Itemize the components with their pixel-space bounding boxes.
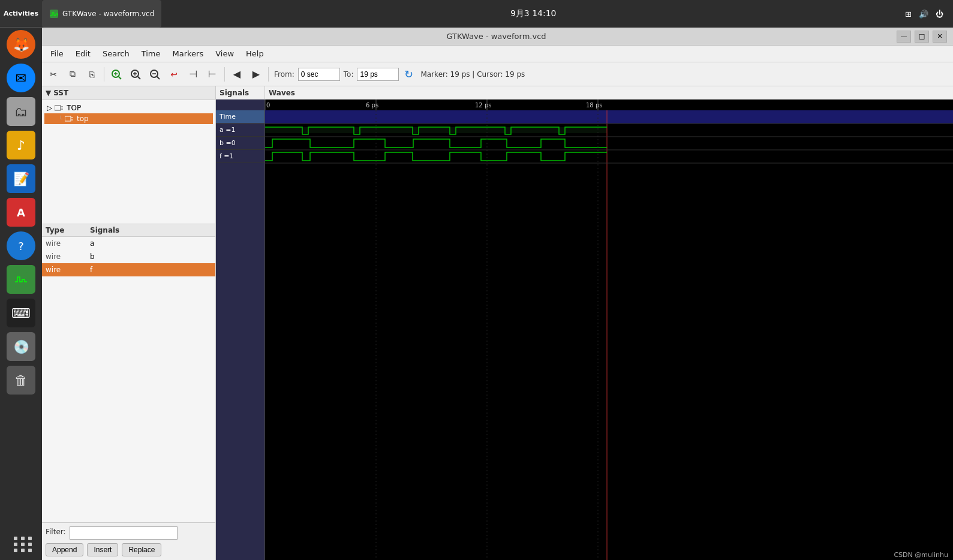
status-bar-bottom: CSDN @mulinhu (889, 550, 953, 560)
sst-expand-icon: ▷ (47, 104, 52, 112)
from-label: From: (272, 70, 297, 79)
to-input[interactable] (357, 68, 399, 81)
signal-type-a: wire (46, 239, 76, 248)
sst-item-connector: └ (59, 116, 62, 122)
sst-item-selected-label: top (77, 115, 89, 123)
waves-panel-header: Waves (265, 86, 953, 99)
undo-button[interactable]: ↩ (165, 66, 183, 83)
menubar: File Edit Search Time Markers View Help (42, 46, 953, 62)
sst-module-icon (55, 104, 64, 112)
signal-row-b[interactable]: wire b (42, 250, 215, 263)
sst-item-top-selected[interactable]: └ top (44, 113, 213, 124)
signals-panel-header: Signals (216, 86, 265, 99)
taskbar: Activities 🦊 ✉ 🗂 ♪ 📝 A ? ⌨ 💿 🗑 (0, 0, 42, 560)
refresh-button[interactable]: ↻ (400, 66, 417, 83)
sst-item-top-label: TOP (67, 104, 81, 112)
filter-buttons: Append Insert Replace (46, 543, 212, 556)
svg-rect-27 (265, 110, 953, 124)
append-button[interactable]: Append (46, 543, 83, 556)
svg-line-3 (118, 76, 121, 79)
sidebar-item-terminal[interactable]: ⌨ (7, 299, 35, 327)
svg-text:0: 0 (266, 102, 270, 109)
taskbar-window-indicator[interactable]: GTKWave - waveform.vcd (42, 0, 161, 28)
prev-marker-button[interactable]: ◀ (228, 66, 246, 83)
app-grid-button[interactable] (10, 534, 32, 555)
menu-search[interactable]: Search (97, 47, 136, 61)
sst-collapse-icon[interactable]: ▼ (46, 89, 51, 97)
sidebar-item-thunderbird[interactable]: ✉ (7, 64, 35, 92)
goto-start-button[interactable]: ⊣ (184, 66, 202, 83)
to-label: To: (341, 70, 356, 79)
zoom-out-button[interactable] (146, 66, 164, 83)
activities-label[interactable]: Activities (4, 10, 38, 17)
signal-row-a[interactable]: wire a (42, 237, 215, 250)
menu-file[interactable]: File (44, 47, 70, 61)
sst-module-icon-2 (65, 115, 74, 122)
sidebar-item-help[interactable]: ? (7, 231, 35, 260)
timeline-left-spacer (216, 100, 265, 110)
from-input[interactable] (298, 68, 340, 81)
wave-label-time: Time (216, 110, 264, 124)
paste-button[interactable]: ⎘ (83, 66, 101, 83)
menu-time[interactable]: Time (136, 47, 167, 61)
taskbar-bottom (10, 534, 32, 560)
wave-drawing (265, 110, 953, 560)
zoom-fit-button[interactable] (107, 66, 125, 83)
close-button[interactable]: ✕ (933, 31, 947, 43)
timeline-row: 0 6 ps 12 ps 18 ps (216, 100, 953, 110)
svg-text:18 ps: 18 ps (586, 102, 602, 109)
sidebar-item-writer[interactable]: 📝 (7, 164, 35, 193)
cut-button[interactable]: ✂ (44, 66, 62, 83)
sidebar-item-gtkwave[interactable] (7, 265, 35, 294)
menu-view[interactable]: View (209, 47, 240, 61)
signal-row-f[interactable]: wire f (42, 263, 215, 276)
menu-markers[interactable]: Markers (166, 47, 209, 61)
waves-area: Signals Waves 0 6 ps 12 ps (216, 86, 953, 560)
svg-rect-13 (55, 106, 61, 110)
insert-button[interactable]: Insert (87, 543, 118, 556)
gtkwave-window: GTKWave - waveform.vcd — □ ✕ File Edit S… (42, 28, 953, 560)
next-marker-button[interactable]: ▶ (247, 66, 265, 83)
sst-item-top[interactable]: ▷ TOP (44, 103, 213, 113)
sidebar-item-trash[interactable]: 🗑 (7, 366, 35, 395)
filter-area: Filter: Append Insert Replace (42, 522, 215, 560)
svg-rect-0 (14, 272, 28, 287)
signal-type-f: wire (46, 266, 76, 274)
goto-end-button[interactable]: ⊢ (203, 66, 221, 83)
svg-text:6 ps: 6 ps (366, 102, 378, 109)
main-content: ▼ SST ▷ TOP └ top (42, 86, 953, 560)
clock: 9月3 14:10 (510, 8, 557, 19)
timeline: 0 6 ps 12 ps 18 ps (265, 100, 953, 110)
sst-tree: ▷ TOP └ top (42, 100, 215, 127)
minimize-button[interactable]: — (897, 31, 911, 43)
window-title: GTKWave - waveform.vcd (96, 32, 897, 41)
sidebar-item-rhythmbox[interactable]: ♪ (7, 131, 35, 159)
signal-type-b: wire (46, 252, 76, 261)
menu-help[interactable]: Help (240, 47, 270, 61)
sidebar-item-appstore[interactable]: A (7, 198, 35, 227)
wave-canvas[interactable] (265, 110, 953, 560)
separator-3 (268, 67, 269, 82)
svg-line-7 (137, 76, 140, 79)
copy-button[interactable]: ⧉ (64, 66, 82, 83)
menu-edit[interactable]: Edit (70, 47, 97, 61)
col-signals-header: Signals (90, 226, 119, 234)
signals-list: wire a wire b wire f (42, 237, 215, 522)
taskbar-top: Activities (0, 0, 42, 28)
volume-icon: 🔊 (919, 10, 928, 19)
left-panel: ▼ SST ▷ TOP └ top (42, 86, 216, 560)
zoom-in-button[interactable] (127, 66, 145, 83)
maximize-button[interactable]: □ (915, 31, 929, 43)
timeline-svg: 0 6 ps 12 ps 18 ps (265, 100, 953, 110)
network-icon: ⊞ (905, 10, 912, 19)
sidebar-item-firefox[interactable]: 🦊 (7, 30, 35, 59)
sidebar-item-disk[interactable]: 💿 (7, 332, 35, 361)
waves-body: Time a =1 b =0 f =1 (216, 110, 953, 560)
svg-rect-31 (265, 163, 953, 560)
sst-header: ▼ SST (42, 86, 215, 100)
replace-button[interactable]: Replace (122, 543, 161, 556)
sst-section: ▼ SST ▷ TOP └ top (42, 86, 215, 224)
sidebar-item-files[interactable]: 🗂 (7, 97, 35, 126)
status-bar-right: ⊞ 🔊 ⏻ (905, 10, 953, 19)
filter-input[interactable] (70, 526, 178, 540)
